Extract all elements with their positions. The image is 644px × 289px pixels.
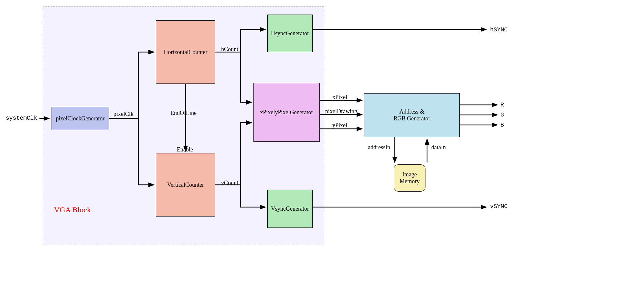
wire-hcount-to-hsync	[215, 29, 265, 52]
wire-hcount-to-xpg	[241, 52, 252, 102]
wire-vcount-to-xpg	[241, 123, 252, 185]
wire-pcg-to-hcounter	[109, 52, 154, 118]
wire-pcg-to-vcounter	[138, 118, 154, 185]
wire-vcount-to-vsync	[215, 185, 265, 207]
diagram-canvas: pixelClockGenerator HorizontalCounter Ve…	[0, 0, 644, 289]
wires-svg	[0, 0, 644, 289]
